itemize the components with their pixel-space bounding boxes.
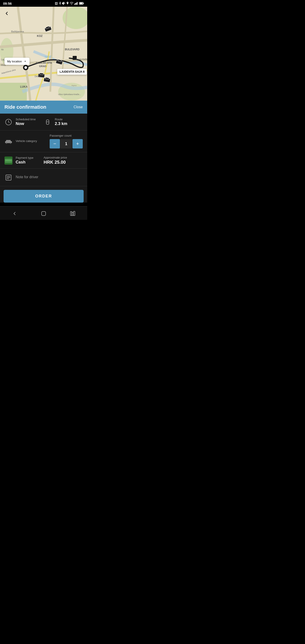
svg-rect-52 bbox=[42, 212, 46, 216]
car-icon bbox=[4, 138, 12, 146]
svg-rect-2 bbox=[75, 3, 76, 5]
svg-rect-21 bbox=[40, 73, 44, 75]
destination-tooltip: LJUDEVITA GAJA 8 bbox=[57, 69, 87, 75]
svg-point-14 bbox=[24, 66, 27, 69]
approximate-price-value: HRK 25.00 bbox=[44, 160, 83, 165]
map: Baštijanova KOZ rio Laginjina Riva Adami… bbox=[0, 7, 87, 100]
confirmation-header: Ride confirmation Close bbox=[0, 100, 87, 114]
payment-type-value: Cash bbox=[16, 160, 34, 164]
battery-icon bbox=[79, 2, 84, 5]
svg-text:Franje Račkoga: Franje Račkoga bbox=[76, 58, 87, 60]
approximate-price-label: Approximate price bbox=[44, 156, 83, 159]
time-route-row: Scheduled time Now Route 2.3 km bbox=[0, 114, 87, 130]
payment-type-label: Payment type bbox=[16, 156, 34, 160]
vehicle-text: Vehicle category bbox=[16, 139, 37, 143]
route-text: Route 2.3 km bbox=[55, 118, 67, 126]
my-location-tooltip[interactable]: My location bbox=[4, 58, 30, 65]
passenger-stepper: − 1 + bbox=[50, 139, 83, 148]
route-value: 2.3 km bbox=[55, 122, 67, 126]
svg-rect-45 bbox=[5, 142, 6, 142]
vehicle-row: Vehicle category Passenger count − 1 + bbox=[0, 130, 87, 152]
scheduled-time-text: Scheduled time Now bbox=[16, 118, 36, 126]
note-for-driver-label: Note for driver bbox=[16, 175, 38, 179]
bluetooth-icon bbox=[58, 2, 61, 5]
route-label: Route bbox=[55, 118, 67, 121]
signal-icon bbox=[74, 2, 78, 5]
route-section: Route 2.3 km bbox=[44, 118, 83, 126]
destination-label: LJUDEVITA GAJA 8 bbox=[60, 70, 84, 73]
scheduled-time-section: Scheduled time Now bbox=[4, 118, 44, 126]
svg-rect-53 bbox=[70, 212, 72, 216]
status-icons: 🖼 bbox=[55, 2, 84, 5]
svg-rect-49 bbox=[5, 161, 12, 162]
image-icon: 🖼 bbox=[55, 2, 58, 5]
back-button[interactable] bbox=[3, 10, 11, 18]
route-icon bbox=[44, 118, 52, 126]
nav-back-button[interactable] bbox=[9, 210, 20, 218]
payment-row: Payment type Cash Approximate price HRK … bbox=[0, 152, 87, 168]
svg-text:Baštijanova: Baštijanova bbox=[11, 30, 24, 33]
svg-rect-4 bbox=[77, 2, 78, 5]
svg-rect-7 bbox=[80, 3, 83, 4]
price-section: Approximate price HRK 25.00 bbox=[44, 156, 83, 165]
svg-point-44 bbox=[10, 142, 11, 144]
scheduled-time-value: Now bbox=[16, 122, 36, 126]
svg-text:GRAD: GRAD bbox=[39, 65, 46, 68]
confirmation-body: Scheduled time Now Route 2.3 km bbox=[0, 114, 87, 202]
bottom-nav bbox=[0, 206, 87, 220]
clock-icon bbox=[4, 118, 12, 126]
svg-rect-46 bbox=[11, 142, 12, 142]
cash-icon bbox=[4, 156, 12, 164]
order-button[interactable]: ORDER bbox=[4, 190, 84, 202]
status-time: 09:56 bbox=[3, 2, 12, 5]
svg-text:Delta: Delta bbox=[35, 75, 40, 78]
passenger-count-value: 1 bbox=[60, 139, 72, 148]
svg-text:SKOLJIĆ-STA: SKOLJIĆ-STA bbox=[36, 62, 52, 64]
nav-home-button[interactable] bbox=[38, 210, 49, 218]
svg-rect-42 bbox=[6, 140, 11, 142]
svg-text:KOZ: KOZ bbox=[37, 34, 42, 38]
scheduled-time-label: Scheduled time bbox=[16, 118, 36, 121]
svg-rect-3 bbox=[76, 3, 77, 5]
svg-point-43 bbox=[6, 142, 7, 144]
location-icon bbox=[66, 2, 69, 5]
svg-text:rio: rio bbox=[1, 48, 4, 51]
wifi-icon bbox=[70, 2, 73, 5]
svg-rect-55 bbox=[74, 211, 75, 216]
note-row[interactable]: Note for driver bbox=[0, 168, 87, 186]
passenger-increase-button[interactable]: + bbox=[72, 139, 83, 148]
svg-text:BULEVARD: BULEVARD bbox=[65, 48, 80, 51]
passenger-decrease-button[interactable]: − bbox=[50, 139, 60, 148]
svg-text:Ulica Vjekoslava Kneže...: Ulica Vjekoslava Kneže... bbox=[58, 93, 81, 96]
status-bar: 09:56 🖼 bbox=[0, 0, 87, 7]
passenger-count-section: Passenger count − 1 + bbox=[50, 134, 83, 148]
svg-rect-54 bbox=[72, 212, 73, 216]
note-icon bbox=[4, 174, 12, 182]
svg-text:Rijeka: Rijeka bbox=[72, 84, 77, 86]
payment-left: Payment type Cash bbox=[4, 156, 44, 164]
svg-rect-1 bbox=[74, 4, 75, 5]
close-button[interactable]: Close bbox=[74, 105, 83, 109]
svg-text:LUKA: LUKA bbox=[20, 85, 28, 88]
nav-recent-button[interactable] bbox=[67, 210, 78, 218]
confirmation-title: Ride confirmation bbox=[4, 104, 46, 110]
passenger-count-label: Passenger count bbox=[50, 134, 72, 137]
my-location-label: My location bbox=[7, 60, 22, 63]
mute-icon bbox=[62, 2, 65, 5]
map-svg: Baštijanova KOZ rio Laginjina Riva Adami… bbox=[0, 7, 87, 100]
vehicle-category-label: Vehicle category bbox=[16, 139, 37, 143]
payment-text: Payment type Cash bbox=[16, 156, 34, 164]
svg-rect-6 bbox=[84, 3, 84, 4]
vehicle-left: Vehicle category bbox=[4, 137, 50, 146]
